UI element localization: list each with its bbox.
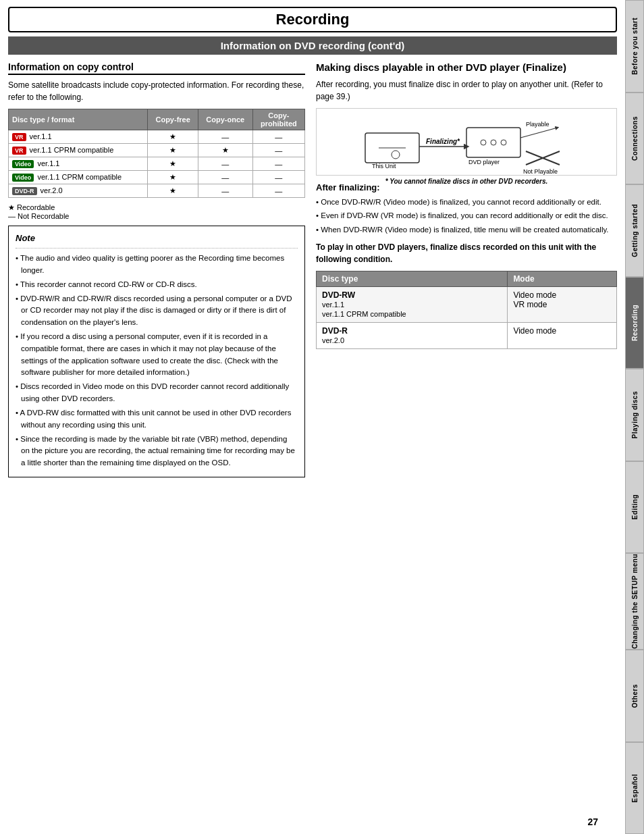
table-row: VR ver.1.1 ★ — — xyxy=(9,130,305,144)
sidebar-tab-label-others: Others xyxy=(631,684,639,708)
note-item-6: • A DVD-RW disc formatted with this unit… xyxy=(16,407,298,432)
disc-version: ver.2.0 xyxy=(41,186,63,194)
disc-badge-video: Video xyxy=(12,174,34,182)
svg-text:This Unit: This Unit xyxy=(372,163,396,170)
disc-cell: DVD-R ver.2.0 xyxy=(9,184,148,198)
legend-recordable: ★ Recordable xyxy=(8,203,305,212)
disc-type-cell: DVD-R ver.2.0 xyxy=(317,322,508,348)
page-title: Recording xyxy=(8,7,617,32)
sidebar-tab-label-editing: Editing xyxy=(631,494,639,519)
after-item-2: • Even if DVD-RW (VR mode) is finalized,… xyxy=(316,210,617,221)
copy-once-cell: — xyxy=(198,184,252,198)
svg-rect-5 xyxy=(466,128,520,157)
table-row: Video ver.1.1 ★ — — xyxy=(9,157,305,171)
disc-versions: ver.2.0 xyxy=(322,336,344,344)
disc-version: ver.1.1 CPRM compatible xyxy=(37,173,122,181)
disc-version: ver.1.1 xyxy=(37,159,59,167)
copy-prohibited-cell: — xyxy=(252,130,304,144)
svg-text:Not Playable: Not Playable xyxy=(523,168,558,175)
sidebar: Before you start Connections Getting sta… xyxy=(625,0,644,834)
svg-point-2 xyxy=(392,151,400,159)
copy-free-cell: ★ xyxy=(148,171,198,184)
disc-badge-dvdr: DVD-R xyxy=(12,187,37,195)
svg-text:Finalizing*: Finalizing* xyxy=(426,138,460,145)
copy-free-cell: ★ xyxy=(148,157,198,171)
copy-once-cell: — xyxy=(198,171,252,184)
sidebar-tab-recording[interactable]: Recording xyxy=(625,277,644,369)
sidebar-tab-playing[interactable]: Playing discs xyxy=(625,369,644,461)
sidebar-tab-editing[interactable]: Editing xyxy=(625,461,644,554)
note-item-3: • DVD-RW/R and CD-RW/R discs recorded us… xyxy=(16,293,298,329)
sidebar-tab-label-setup: Changing the SETUP menu xyxy=(631,554,639,649)
disc-badge-video: Video xyxy=(12,160,34,168)
note-item-1: • The audio and video quality is getting… xyxy=(16,253,298,277)
copy-control-intro: Some satellite broadcasts include copy-p… xyxy=(8,79,305,103)
note-dots xyxy=(16,248,298,249)
svg-text:Playable: Playable xyxy=(526,121,549,128)
note-item-2: • This recorder cannot record CD-RW or C… xyxy=(16,279,298,291)
copy-free-cell: ★ xyxy=(148,144,198,157)
sidebar-tab-getting-started[interactable]: Getting started xyxy=(625,184,644,277)
disc-type-cell: DVD-RW ver.1.1ver.1.1 CPRM compatible xyxy=(317,286,508,322)
legend: ★ Recordable — Not Recordable xyxy=(8,203,305,220)
disc-cell: Video ver.1.1 xyxy=(9,157,148,171)
copy-free-cell: ★ xyxy=(148,184,198,198)
finalize-diagram: Finalizing* Playable xyxy=(316,108,617,176)
note-title: Note xyxy=(16,232,298,245)
after-item-3: • When DVD-RW/R (Video mode) is finalize… xyxy=(316,224,617,236)
table-header-copy-free: Copy-free xyxy=(148,109,198,130)
note-item-4: • If you record a disc using a personal … xyxy=(16,331,298,379)
sidebar-tab-label-before: Before you start xyxy=(631,18,639,75)
mode-cell: Video mode xyxy=(508,322,617,348)
sidebar-tab-connections[interactable]: Connections xyxy=(625,93,644,185)
table-header-copy-once: Copy-once xyxy=(198,109,252,130)
sidebar-tab-label-recording: Recording xyxy=(631,305,639,341)
bold-paragraph: To play in other DVD players, finalize d… xyxy=(316,241,617,265)
legend-not-recordable: — Not Recordable xyxy=(8,212,305,220)
copy-control-heading: Information on copy control xyxy=(8,61,305,75)
right-column: Making discs playable in other DVD playe… xyxy=(316,61,617,477)
svg-point-8 xyxy=(501,140,506,145)
note-item-7: • Since the recording is made by the var… xyxy=(16,434,298,469)
disc-cell: VR ver.1.1 xyxy=(9,130,148,144)
copy-once-cell: — xyxy=(198,157,252,171)
sidebar-tab-others[interactable]: Others xyxy=(625,650,644,742)
disc-cell: Video ver.1.1 CPRM compatible xyxy=(9,171,148,184)
table-header-disc-type: Disc type / format xyxy=(9,109,148,130)
sidebar-tab-setup[interactable]: Changing the SETUP menu xyxy=(625,553,644,650)
mode-table-header-mode: Mode xyxy=(508,271,617,286)
copy-once-cell: — xyxy=(198,130,252,144)
page-number: 27 xyxy=(587,816,598,827)
table-row: DVD-RW ver.1.1ver.1.1 CPRM compatible Vi… xyxy=(317,286,617,322)
table-header-copy-prohibited: Copy-prohibited xyxy=(252,109,304,130)
mode-table-header-disc: Disc type xyxy=(317,271,508,286)
sidebar-tab-before[interactable]: Before you start xyxy=(625,0,644,93)
disc-version: ver.1.1 xyxy=(30,132,52,140)
disc-cell: VR ver.1.1 CPRM compatible xyxy=(9,144,148,157)
copy-control-table: Disc type / format Copy-free Copy-once C… xyxy=(8,109,305,198)
disc-badge-vr: VR xyxy=(12,133,26,141)
finalize-heading: Making discs playable in other DVD playe… xyxy=(316,61,617,73)
disc-version: ver.1.1 CPRM compatible xyxy=(30,146,114,154)
sidebar-tab-label-connections: Connections xyxy=(631,116,639,161)
svg-point-6 xyxy=(481,140,486,145)
copy-once-cell: ★ xyxy=(198,144,252,157)
table-row: VR ver.1.1 CPRM compatible ★ ★ — xyxy=(9,144,305,157)
svg-text:DVD player: DVD player xyxy=(468,159,500,165)
note-item-5: • Discs recorded in Video mode on this D… xyxy=(16,381,298,405)
svg-point-7 xyxy=(491,140,496,145)
copy-prohibited-cell: — xyxy=(252,144,304,157)
sidebar-tab-label-espanol: Español xyxy=(631,774,639,802)
svg-line-9 xyxy=(520,128,558,138)
table-row: Video ver.1.1 CPRM compatible ★ — — xyxy=(9,171,305,184)
two-column-layout: Information on copy control Some satelli… xyxy=(8,61,617,477)
copy-prohibited-cell: — xyxy=(252,184,304,198)
finalize-svg: Finalizing* Playable xyxy=(358,114,574,175)
after-finalizing-list: • Once DVD-RW/R (Video mode) is finalize… xyxy=(316,197,617,236)
disc-versions: ver.1.1ver.1.1 CPRM compatible xyxy=(322,301,406,318)
finalize-intro: After recording, you must finalize disc … xyxy=(316,78,617,103)
disc-badge-vr: VR xyxy=(12,147,26,155)
sidebar-tab-espanol[interactable]: Español xyxy=(625,742,644,835)
main-content: Recording Information on DVD recording (… xyxy=(0,0,625,834)
copy-free-cell: ★ xyxy=(148,130,198,144)
